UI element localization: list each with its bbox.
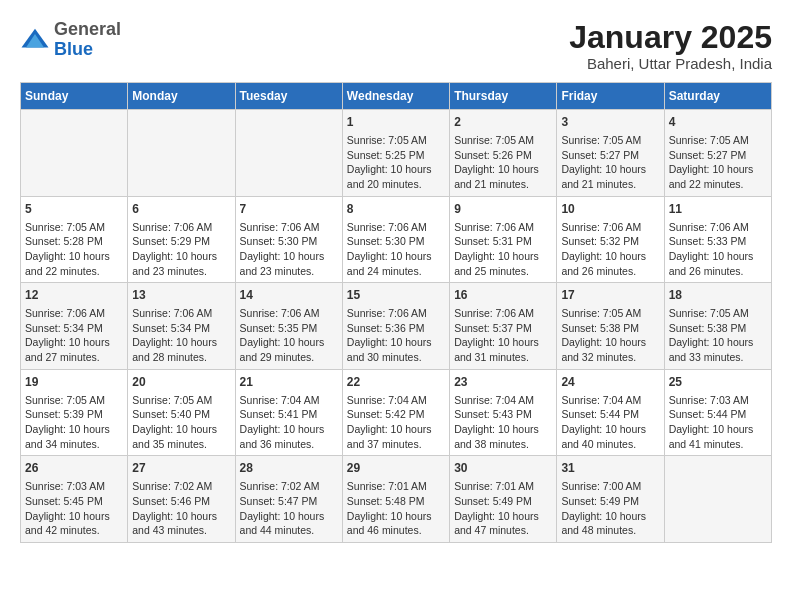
calendar-cell: 5Sunrise: 7:05 AMSunset: 5:28 PMDaylight… xyxy=(21,196,128,283)
calendar-title: January 2025 xyxy=(569,20,772,55)
day-info: Daylight: 10 hours xyxy=(25,249,123,264)
day-info: and 26 minutes. xyxy=(561,264,659,279)
calendar-cell: 30Sunrise: 7:01 AMSunset: 5:49 PMDayligh… xyxy=(450,456,557,543)
header: General Blue January 2025 Baheri, Uttar … xyxy=(20,20,772,72)
day-info: Sunrise: 7:05 AM xyxy=(561,306,659,321)
day-info: Sunrise: 7:06 AM xyxy=(25,306,123,321)
day-info: Sunset: 5:27 PM xyxy=(561,148,659,163)
day-info: Sunset: 5:28 PM xyxy=(25,234,123,249)
day-info: Sunset: 5:48 PM xyxy=(347,494,445,509)
day-info: Sunrise: 7:05 AM xyxy=(454,133,552,148)
calendar-cell: 15Sunrise: 7:06 AMSunset: 5:36 PMDayligh… xyxy=(342,283,449,370)
day-number: 11 xyxy=(669,201,767,218)
day-number: 23 xyxy=(454,374,552,391)
day-info: Sunrise: 7:01 AM xyxy=(347,479,445,494)
day-info: Daylight: 10 hours xyxy=(132,509,230,524)
calendar-cell: 17Sunrise: 7:05 AMSunset: 5:38 PMDayligh… xyxy=(557,283,664,370)
calendar-cell: 13Sunrise: 7:06 AMSunset: 5:34 PMDayligh… xyxy=(128,283,235,370)
calendar-cell: 20Sunrise: 7:05 AMSunset: 5:40 PMDayligh… xyxy=(128,369,235,456)
calendar-cell: 25Sunrise: 7:03 AMSunset: 5:44 PMDayligh… xyxy=(664,369,771,456)
day-info: Daylight: 10 hours xyxy=(454,162,552,177)
calendar-cell: 8Sunrise: 7:06 AMSunset: 5:30 PMDaylight… xyxy=(342,196,449,283)
day-number: 3 xyxy=(561,114,659,131)
day-info: Daylight: 10 hours xyxy=(561,162,659,177)
calendar-cell: 9Sunrise: 7:06 AMSunset: 5:31 PMDaylight… xyxy=(450,196,557,283)
day-info: Sunset: 5:37 PM xyxy=(454,321,552,336)
day-number: 19 xyxy=(25,374,123,391)
day-info: and 28 minutes. xyxy=(132,350,230,365)
day-info: and 36 minutes. xyxy=(240,437,338,452)
day-info: and 23 minutes. xyxy=(240,264,338,279)
calendar-cell xyxy=(21,110,128,197)
day-info: Daylight: 10 hours xyxy=(561,249,659,264)
day-number: 30 xyxy=(454,460,552,477)
day-number: 9 xyxy=(454,201,552,218)
logo-icon xyxy=(20,25,50,55)
day-info: and 25 minutes. xyxy=(454,264,552,279)
day-info: Daylight: 10 hours xyxy=(240,335,338,350)
day-number: 14 xyxy=(240,287,338,304)
day-info: Sunset: 5:44 PM xyxy=(669,407,767,422)
day-info: and 41 minutes. xyxy=(669,437,767,452)
day-info: Daylight: 10 hours xyxy=(347,335,445,350)
day-info: and 38 minutes. xyxy=(454,437,552,452)
day-info: Daylight: 10 hours xyxy=(347,162,445,177)
day-info: Sunset: 5:31 PM xyxy=(454,234,552,249)
day-info: and 47 minutes. xyxy=(454,523,552,538)
day-info: Daylight: 10 hours xyxy=(669,162,767,177)
day-info: Daylight: 10 hours xyxy=(669,422,767,437)
day-info: Sunrise: 7:06 AM xyxy=(561,220,659,235)
day-info: Sunset: 5:38 PM xyxy=(561,321,659,336)
day-info: and 22 minutes. xyxy=(25,264,123,279)
day-info: Sunset: 5:35 PM xyxy=(240,321,338,336)
day-info: Sunset: 5:36 PM xyxy=(347,321,445,336)
day-info: Sunrise: 7:06 AM xyxy=(132,306,230,321)
day-info: Sunset: 5:46 PM xyxy=(132,494,230,509)
calendar-cell: 18Sunrise: 7:05 AMSunset: 5:38 PMDayligh… xyxy=(664,283,771,370)
page-container: General Blue January 2025 Baheri, Uttar … xyxy=(20,20,772,543)
day-number: 2 xyxy=(454,114,552,131)
logo: General Blue xyxy=(20,20,121,60)
logo-general: General xyxy=(54,20,121,40)
day-info: and 27 minutes. xyxy=(25,350,123,365)
day-of-week-header: Monday xyxy=(128,83,235,110)
day-info: and 46 minutes. xyxy=(347,523,445,538)
day-number: 29 xyxy=(347,460,445,477)
day-info: and 24 minutes. xyxy=(347,264,445,279)
day-info: and 48 minutes. xyxy=(561,523,659,538)
day-info: Sunset: 5:30 PM xyxy=(347,234,445,249)
title-block: January 2025 Baheri, Uttar Pradesh, Indi… xyxy=(569,20,772,72)
day-info: and 43 minutes. xyxy=(132,523,230,538)
day-info: and 35 minutes. xyxy=(132,437,230,452)
day-number: 4 xyxy=(669,114,767,131)
day-info: Sunset: 5:27 PM xyxy=(669,148,767,163)
calendar-cell: 21Sunrise: 7:04 AMSunset: 5:41 PMDayligh… xyxy=(235,369,342,456)
day-info: Sunset: 5:49 PM xyxy=(454,494,552,509)
day-info: Sunset: 5:49 PM xyxy=(561,494,659,509)
day-number: 13 xyxy=(132,287,230,304)
day-info: Daylight: 10 hours xyxy=(454,249,552,264)
day-info: Sunset: 5:30 PM xyxy=(240,234,338,249)
day-info: Sunset: 5:39 PM xyxy=(25,407,123,422)
calendar-cell: 2Sunrise: 7:05 AMSunset: 5:26 PMDaylight… xyxy=(450,110,557,197)
day-info: Sunrise: 7:00 AM xyxy=(561,479,659,494)
day-info: Daylight: 10 hours xyxy=(669,335,767,350)
day-info: Sunset: 5:45 PM xyxy=(25,494,123,509)
calendar-week-row: 1Sunrise: 7:05 AMSunset: 5:25 PMDaylight… xyxy=(21,110,772,197)
day-info: Sunrise: 7:06 AM xyxy=(347,220,445,235)
day-of-week-header: Saturday xyxy=(664,83,771,110)
day-info: Daylight: 10 hours xyxy=(454,509,552,524)
calendar-cell: 3Sunrise: 7:05 AMSunset: 5:27 PMDaylight… xyxy=(557,110,664,197)
day-info: Sunrise: 7:05 AM xyxy=(669,133,767,148)
day-of-week-header: Wednesday xyxy=(342,83,449,110)
day-of-week-header: Friday xyxy=(557,83,664,110)
day-info: Daylight: 10 hours xyxy=(454,335,552,350)
calendar-week-row: 26Sunrise: 7:03 AMSunset: 5:45 PMDayligh… xyxy=(21,456,772,543)
day-info: Daylight: 10 hours xyxy=(561,422,659,437)
day-info: Sunrise: 7:02 AM xyxy=(132,479,230,494)
day-info: Sunrise: 7:03 AM xyxy=(669,393,767,408)
day-info: Sunrise: 7:06 AM xyxy=(240,220,338,235)
day-info: Sunrise: 7:05 AM xyxy=(132,393,230,408)
day-info: Sunrise: 7:02 AM xyxy=(240,479,338,494)
calendar-cell: 16Sunrise: 7:06 AMSunset: 5:37 PMDayligh… xyxy=(450,283,557,370)
